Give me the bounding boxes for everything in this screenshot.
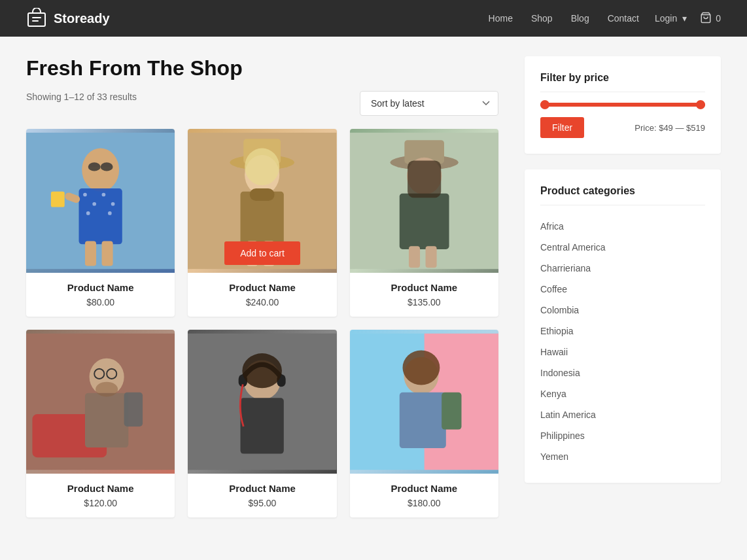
svg-point-5: [82, 148, 119, 191]
product-name-4: Product Name: [37, 483, 164, 494]
svg-point-26: [245, 148, 279, 185]
product-image-3: Add to cart: [350, 129, 498, 273]
category-colombia[interactable]: Colombia: [540, 305, 579, 315]
login-button[interactable]: Login ▾: [655, 13, 687, 24]
logo-icon: [26, 8, 47, 29]
product-name-2: Product Name: [198, 282, 326, 293]
main-content: Fresh From The Shop Showing 1–12 of 33 r…: [26, 56, 498, 517]
nav-blog[interactable]: Blog: [571, 13, 589, 24]
product-info-3: Product Name $135.00: [350, 273, 498, 317]
product-name-5: Product Name: [198, 483, 326, 494]
product-info-5: Product Name $95.00: [188, 474, 336, 517]
results-count: Showing 1–12 of 33 results: [26, 92, 137, 102]
product-name-3: Product Name: [360, 282, 488, 293]
svg-point-51: [243, 353, 283, 388]
add-to-cart-button-3[interactable]: Add to cart: [386, 241, 462, 265]
list-item: Indonesia: [540, 362, 705, 383]
svg-rect-0: [28, 13, 45, 26]
categories-section: Product categories Africa Central Americ…: [525, 169, 721, 483]
list-item: Africa: [540, 216, 705, 237]
product-name-1: Product Name: [37, 282, 164, 293]
chevron-down-icon: ▾: [682, 13, 687, 24]
product-price-2: $240.00: [198, 297, 326, 307]
filter-button[interactable]: Filter: [540, 117, 584, 138]
sort-select[interactable]: Sort by latest Sort by popularity Sort b…: [360, 91, 498, 116]
price-range-bar: [540, 103, 705, 107]
nav-home[interactable]: Home: [489, 13, 513, 24]
svg-rect-41: [124, 393, 143, 427]
list-item: Colombia: [540, 300, 705, 321]
nav-contact[interactable]: Contact: [608, 13, 639, 24]
product-card-4: Add to cart Product Name $120.00: [26, 330, 175, 517]
category-ethiopia[interactable]: Ethiopia: [540, 326, 574, 336]
add-to-cart-button-2[interactable]: Add to cart: [224, 241, 300, 265]
svg-rect-25: [250, 188, 275, 201]
nav-shop[interactable]: Shop: [531, 13, 553, 24]
product-card-5: Add to cart Product Name $95.00: [188, 330, 336, 517]
category-africa[interactable]: Africa: [540, 221, 564, 232]
cart-count: 0: [716, 13, 721, 24]
svg-rect-34: [408, 160, 441, 198]
add-to-cart-button-4[interactable]: Add to cart: [63, 442, 139, 466]
category-charrieriana[interactable]: Charrieriana: [540, 263, 591, 273]
add-to-cart-overlay-2: Add to cart: [188, 234, 336, 273]
list-item: Philippines: [540, 425, 705, 446]
add-to-cart-button-6[interactable]: Add to cart: [386, 442, 462, 466]
category-indonesia[interactable]: Indonesia: [540, 368, 580, 378]
categories-title: Product categories: [540, 185, 705, 205]
list-item: Latin America: [540, 404, 705, 425]
svg-rect-1: [32, 17, 41, 18]
svg-point-12: [108, 211, 112, 215]
svg-point-11: [86, 211, 90, 215]
price-display: Price: $49 — $519: [634, 123, 705, 133]
svg-point-18: [101, 162, 113, 171]
category-yemen[interactable]: Yemen: [540, 451, 568, 462]
sidebar: Filter by price Filter Price: $49 — $519…: [525, 56, 721, 517]
svg-point-17: [88, 162, 101, 171]
product-info-4: Product Name $120.00: [26, 474, 175, 517]
list-item: Central America: [540, 237, 705, 258]
list-item: Charrieriana: [540, 258, 705, 279]
product-info-2: Product Name $240.00: [188, 273, 336, 317]
product-card-2: Add to cart Product Name $240.00: [188, 129, 336, 317]
svg-point-44: [96, 382, 118, 397]
svg-rect-2: [32, 20, 39, 22]
svg-point-10: [111, 202, 115, 206]
list-item: Hawaii: [540, 341, 705, 362]
site-logo[interactable]: Stoready: [26, 8, 110, 29]
category-latin-america[interactable]: Latin America: [540, 410, 596, 420]
add-to-cart-button-5[interactable]: Add to cart: [224, 442, 300, 466]
svg-point-7: [83, 193, 87, 197]
add-to-cart-button-1[interactable]: Add to cart: [63, 241, 139, 265]
product-image-5: Add to cart: [188, 330, 336, 474]
category-list: Africa Central America Charrieriana Coff…: [540, 216, 705, 467]
filter-row: Filter Price: $49 — $519: [540, 117, 705, 138]
svg-point-57: [402, 350, 440, 385]
product-image-6: Add to cart: [350, 330, 498, 474]
category-hawaii[interactable]: Hawaii: [540, 347, 568, 357]
product-price-3: $135.00: [360, 297, 488, 307]
cart-button[interactable]: 0: [700, 12, 721, 26]
svg-point-8: [92, 202, 96, 206]
product-price-4: $120.00: [37, 498, 164, 508]
product-info-6: Product Name $180.00: [350, 474, 498, 517]
category-philippines[interactable]: Philippines: [540, 430, 585, 441]
list-item: Kenya: [540, 383, 705, 404]
product-info-1: Product Name $80.00: [26, 273, 175, 317]
category-coffee[interactable]: Coffee: [540, 284, 567, 294]
product-image-1: Add to cart: [26, 129, 175, 273]
page-wrapper: Fresh From The Shop Showing 1–12 of 33 r…: [0, 37, 747, 537]
product-grid: Add to cart Product Name $80.00: [26, 129, 498, 517]
category-central-america[interactable]: Central America: [540, 242, 606, 253]
product-image-2: Add to cart: [188, 129, 336, 273]
category-kenya[interactable]: Kenya: [540, 389, 566, 399]
nav-links: Home Shop Blog Contact: [489, 12, 639, 24]
filter-title: Filter by price: [540, 72, 705, 92]
product-card-3: Add to cart Product Name $135.00: [350, 129, 498, 317]
product-card: Add to cart Product Name $80.00: [26, 129, 175, 317]
product-price-1: $80.00: [37, 297, 164, 307]
product-image-4: Add to cart: [26, 330, 175, 474]
logo-text: Stoready: [54, 11, 110, 26]
navbar: Stoready Home Shop Blog Contact Login ▾ …: [0, 0, 747, 37]
svg-rect-14: [51, 192, 65, 207]
